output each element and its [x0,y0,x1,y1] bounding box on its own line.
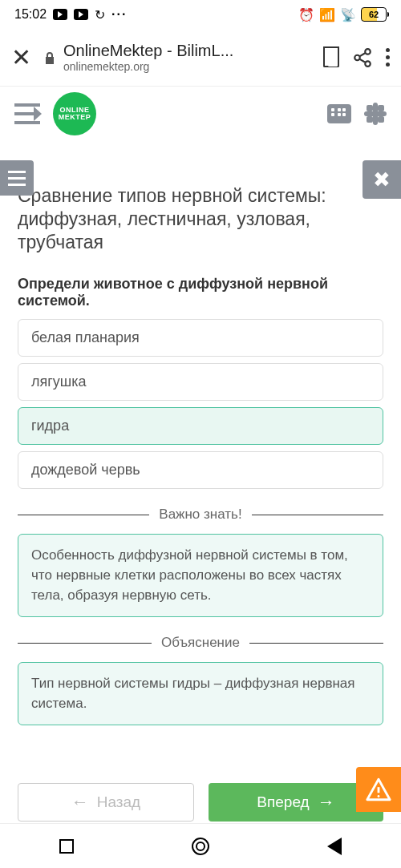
menu-button[interactable] [386,48,390,67]
status-bar: 15:02 ↻ ··· ⏰ 📶 📡 62 [0,0,401,29]
back-label: Назад [97,793,140,811]
question-text: Определи животное с диффузной нервной си… [18,276,383,309]
section-separator: Важно знать! [18,507,383,523]
share-button[interactable] [352,47,373,68]
close-button[interactable]: ✕ [11,43,31,71]
explanation-heading: Объяснение [161,635,240,651]
answer-option[interactable]: лягушка [18,363,383,401]
alarm-icon: ⏰ [298,7,314,22]
back-button[interactable]: ← Назад [18,783,194,822]
section-separator: Объяснение [18,635,383,651]
browser-bar: ✕ OnlineMektep - BilimL... onlinemektep.… [0,29,401,87]
svg-point-0 [378,795,380,797]
app-header: ONLINEMEKTEP [0,87,401,141]
page-domain: onlinemektep.org [63,60,233,73]
explanation-box: Тип нервной системы гидры – диффузная не… [18,662,383,725]
logo[interactable]: ONLINEMEKTEP [53,92,96,135]
more-icon: ··· [111,7,127,22]
lock-icon [44,51,55,64]
signal-icon: 📶 [319,7,335,22]
recent-apps-button[interactable] [59,839,74,854]
back-system-button[interactable] [327,838,342,855]
bottom-nav: ← Назад Вперед → [0,783,401,822]
arrow-left-icon: ← [71,792,89,813]
report-button[interactable] [356,767,401,812]
status-time: 15:02 [14,7,47,22]
answer-option[interactable]: дождевой червь [18,451,383,489]
topic-title: Сравнение типов нервной системы: диффузн… [18,184,383,253]
warning-icon [365,776,392,803]
important-box: Особенность диффузной нервной системы в … [18,534,383,617]
answer-option[interactable]: гидра [18,407,383,445]
answer-option[interactable]: белая планария [18,319,383,357]
bookmark-button[interactable] [323,48,339,67]
side-close-button[interactable]: ✖ [363,160,401,199]
side-menu-button[interactable] [0,160,34,196]
sync-icon: ↻ [95,7,105,22]
battery-icon: 62 [361,7,387,22]
menu-toggle-button[interactable] [14,103,40,124]
forward-label: Вперед [257,793,309,811]
url-area[interactable]: OnlineMektep - BilimL... onlinemektep.or… [44,42,310,73]
list-view-button[interactable] [327,104,351,123]
main-content: Сравнение типов нервной системы: диффузн… [0,141,401,740]
system-nav [0,823,401,868]
home-button[interactable] [192,838,209,855]
youtube-icon [53,9,67,20]
youtube-icon [74,9,88,20]
page-title: OnlineMektep - BilimL... [63,42,233,60]
language-button[interactable] [364,103,387,125]
important-heading: Важно знать! [159,507,241,523]
arrow-right-icon: → [318,792,335,813]
wifi-icon: 📡 [340,7,356,22]
